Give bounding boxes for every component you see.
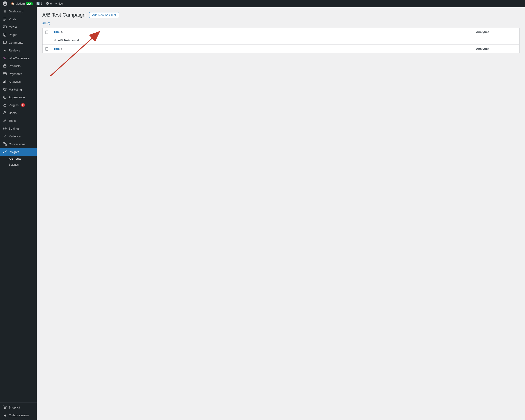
payments-icon: [3, 72, 7, 76]
footer-select-cell: [43, 45, 51, 53]
collapse-icon: ◀: [3, 413, 7, 417]
svg-point-29: [4, 408, 5, 409]
svg-rect-8: [4, 35, 6, 35]
sidebar-item-marketing[interactable]: Marketing: [0, 85, 37, 93]
sidebar-item-payments[interactable]: Payments: [0, 70, 37, 78]
ab-tests-table: Title ⇅ Analytics No A/B Tests found.: [42, 28, 519, 53]
plugins-badge: 2: [21, 103, 25, 107]
sidebar-item-settings[interactable]: Settings: [0, 125, 37, 132]
ab-tests-label: A/B Tests: [9, 157, 21, 160]
sidebar-item-reviews[interactable]: ★ Reviews: [0, 46, 37, 54]
empty-state-row: No A/B Tests found.: [43, 36, 519, 45]
no-items-message: No A/B Tests found.: [54, 39, 80, 42]
select-all-cell: [43, 28, 51, 36]
sidebar-item-shop-kit[interactable]: Shop Kit: [0, 403, 37, 411]
users-icon: [3, 111, 7, 115]
wp-logo-icon: W: [3, 1, 7, 6]
title-sort-button[interactable]: Title ⇅: [54, 30, 63, 34]
sidebar-item-analytics[interactable]: Analytics: [0, 78, 37, 85]
sidebar-label-marketing: Marketing: [9, 88, 22, 91]
sidebar-item-collapse[interactable]: ◀ Collapse menu: [0, 411, 37, 419]
sidebar-label-reviews: Reviews: [9, 49, 20, 52]
page-title: A/B Test Campaign: [42, 12, 85, 18]
sidebar-label-woocommerce: WooCommerce: [9, 56, 29, 60]
sidebar-item-products[interactable]: Products: [0, 62, 37, 70]
sidebar-subitem-ab-tests[interactable]: A/B Tests: [0, 156, 37, 162]
sidebar-label-products: Products: [9, 64, 20, 68]
sidebar-item-pages[interactable]: Pages: [0, 31, 37, 39]
sidebar-label-users: Users: [9, 111, 17, 115]
sidebar-label-pages: Pages: [9, 33, 17, 37]
footer-title-sort-icon: ⇅: [61, 47, 63, 50]
svg-rect-2: [3, 19, 6, 20]
sidebar-item-conversions[interactable]: Conversions: [0, 140, 37, 148]
svg-rect-15: [6, 80, 6, 83]
sidebar-label-media: Media: [9, 25, 17, 29]
shop-kit-icon: [3, 405, 7, 410]
footer-title-sort-button[interactable]: Title ⇅: [54, 47, 63, 51]
sidebar-item-dashboard[interactable]: ⊞ Dashboard: [0, 7, 37, 15]
updates-icon: 🔄: [36, 2, 40, 5]
sidebar-label-comments: Comments: [9, 41, 23, 44]
empty-checkbox-cell: [43, 36, 51, 44]
svg-point-30: [6, 408, 6, 409]
svg-rect-10: [3, 65, 6, 67]
title-column-header[interactable]: Title ⇅: [51, 28, 473, 36]
svg-point-5: [4, 26, 5, 27]
sidebar-item-tools[interactable]: Tools: [0, 117, 37, 125]
svg-point-26: [4, 128, 6, 129]
sidebar-label-tools: Tools: [9, 119, 16, 122]
reviews-icon: ★: [3, 48, 7, 52]
analytics-column-header: Analytics: [473, 28, 519, 36]
svg-rect-13: [3, 82, 4, 83]
footer-select-all-checkbox[interactable]: [45, 47, 48, 51]
admin-bar: W 🏠 Modern Live 🔄 2 💬 0 + New: [0, 0, 525, 7]
home-icon: 🏠: [11, 2, 14, 5]
svg-rect-3: [3, 20, 5, 21]
new-item[interactable]: + New: [55, 2, 63, 5]
svg-rect-9: [4, 35, 5, 36]
svg-rect-14: [4, 81, 5, 83]
sidebar-item-insights[interactable]: Insights: [0, 148, 37, 156]
filter-all-link[interactable]: All (0): [42, 22, 50, 25]
sidebar-item-appearance[interactable]: Appearance: [0, 93, 37, 101]
main-layout: ⊞ Dashboard Posts Media Pages Comments: [0, 7, 525, 420]
sidebar-item-plugins[interactable]: Plugins 2: [0, 101, 37, 109]
sidebar-label-appearance: Appearance: [9, 96, 25, 99]
sidebar-label-kadence: Kadence: [9, 135, 20, 138]
sidebar-label-posts: Posts: [9, 18, 16, 21]
footer-title-cell[interactable]: Title ⇅: [51, 45, 473, 53]
add-new-ab-test-button[interactable]: Add New A/B Test: [89, 12, 119, 18]
table-header: Title ⇅ Analytics: [43, 28, 519, 36]
plugins-icon: [3, 103, 7, 107]
sidebar-item-woocommerce[interactable]: W WooCommerce: [0, 54, 37, 62]
settings-icon: [3, 126, 7, 130]
wp-logo[interactable]: W: [3, 1, 7, 6]
sidebar-item-posts[interactable]: Posts: [0, 15, 37, 23]
products-icon: [3, 64, 7, 68]
main-content: A/B Test Campaign Add New A/B Test All (…: [37, 7, 525, 420]
filter-bar: All (0): [42, 22, 519, 25]
site-name[interactable]: 🏠 Modern Live: [11, 2, 33, 5]
svg-rect-11: [3, 73, 6, 75]
sidebar-label-collapse: Collapse menu: [9, 414, 29, 417]
svg-rect-27: [3, 142, 5, 144]
sidebar-item-comments[interactable]: Comments: [0, 39, 37, 46]
sidebar-item-users[interactable]: Users: [0, 109, 37, 117]
kadence-icon: K: [3, 134, 7, 138]
empty-message-cell: No A/B Tests found.: [51, 36, 519, 44]
sidebar-bottom: Shop Kit ◀ Collapse menu: [0, 402, 37, 420]
select-all-checkbox[interactable]: [45, 31, 48, 34]
svg-rect-1: [3, 18, 6, 19]
comments-icon: 💬: [46, 2, 49, 5]
sidebar-item-kadence[interactable]: K Kadence: [0, 132, 37, 140]
tools-icon: [3, 119, 7, 123]
sidebar-label-analytics: Analytics: [9, 80, 21, 83]
updates-item[interactable]: 🔄 2: [36, 2, 42, 5]
title-sort-icon: ⇅: [61, 31, 63, 33]
sidebar-item-media[interactable]: Media: [0, 23, 37, 31]
sidebar-subitem-settings[interactable]: Settings: [0, 162, 37, 168]
comments-item[interactable]: 💬 0: [46, 2, 52, 5]
sidebar-label-insights: Insights: [9, 150, 19, 154]
svg-rect-0: [3, 18, 6, 18]
